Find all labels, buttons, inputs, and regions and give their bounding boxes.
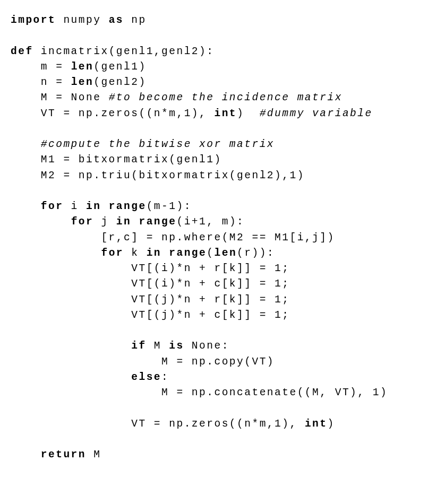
line-16: for k in range(len(r)): [11, 247, 275, 259]
kw-is: is [169, 340, 184, 352]
line-19: VT[(j)*n + r[k]] = 1; [11, 294, 289, 306]
line-15: [r,c] = np.where(M2 == M1[i,j]) [11, 232, 335, 244]
kw-for: for [101, 247, 124, 259]
builtin-len: len [71, 61, 94, 73]
line-25: M = np.concatenate((M, VT), 1) [11, 387, 388, 398]
comment: #dummy variable [260, 108, 373, 119]
line-4: m = len(genl1) [11, 61, 147, 73]
builtin-len: len [214, 247, 237, 259]
line-6: M = None #to become the incidence matrix [11, 92, 343, 103]
line-29: return M [11, 449, 101, 460]
kw-as: as [109, 14, 124, 26]
line-9: #compute the bitwise xor matrix [11, 138, 275, 150]
line-13: for i in range(m-1): [11, 201, 192, 212]
kw-import: import [11, 14, 56, 26]
line-17: VT[(i)*n + r[k]] = 1; [11, 263, 289, 274]
line-10: M1 = bitxormatrix(genl1) [11, 154, 222, 166]
line-3: def incmatrix(genl1,genl2): [11, 46, 214, 57]
builtin-range: range [109, 201, 147, 212]
builtin-range: range [139, 216, 176, 228]
builtin-int: int [214, 108, 237, 119]
line-22: if M is None: [11, 340, 229, 352]
code-listing: import numpy as np def incmatrix(genl1,g… [11, 13, 434, 463]
kw-in: in [86, 201, 101, 212]
line-14: for j in range(i+1, m): [11, 216, 244, 228]
line-24: else: [11, 371, 169, 383]
comment: #to become the incidence matrix [109, 92, 343, 103]
kw-in: in [147, 247, 161, 259]
kw-for: for [71, 216, 94, 228]
line-27: VT = np.zeros((n*m,1), int) [11, 418, 335, 430]
line-1: import numpy as np [11, 14, 147, 26]
line-11: M2 = np.triu(bitxormatrix(genl2),1) [11, 170, 305, 181]
kw-def: def [11, 46, 33, 57]
line-5: n = len(genl2) [11, 76, 147, 88]
builtin-range: range [169, 247, 207, 259]
builtin-int: int [305, 418, 328, 430]
kw-else: else [131, 371, 161, 383]
kw-for: for [41, 201, 64, 212]
kw-in: in [116, 216, 131, 228]
builtin-len: len [71, 76, 94, 88]
comment: #compute the bitwise xor matrix [41, 138, 275, 150]
kw-if: if [131, 340, 146, 352]
line-20: VT[(j)*n + c[k]] = 1; [11, 309, 289, 321]
line-7: VT = np.zeros((n*m,1), int) #dummy varia… [11, 108, 373, 119]
line-18: VT[(i)*n + c[k]] = 1; [11, 278, 289, 290]
kw-return: return [41, 449, 86, 460]
line-23: M = np.copy(VT) [11, 356, 275, 368]
